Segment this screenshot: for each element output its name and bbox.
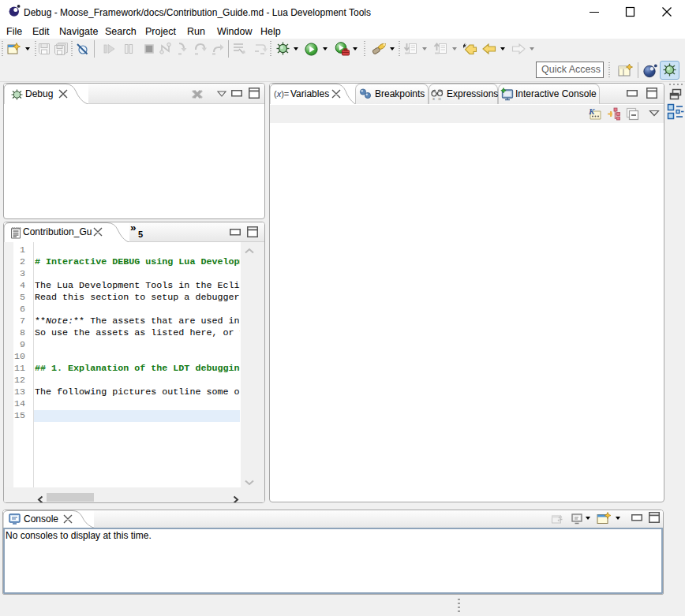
- svg-text:K: K: [588, 106, 595, 116]
- svg-text:x: x: [432, 96, 435, 101]
- svg-text:=: =: [438, 96, 441, 102]
